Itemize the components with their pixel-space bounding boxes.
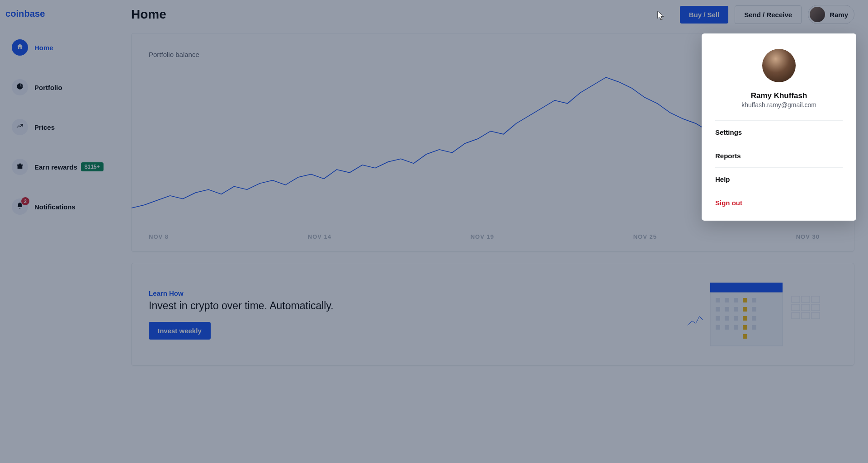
dropdown-item-signout[interactable]: Sign out — [715, 191, 843, 214]
dropdown-avatar — [762, 49, 796, 82]
dropdown-item-settings[interactable]: Settings — [715, 120, 843, 144]
dropdown-user-name: Ramy Khuffash — [715, 91, 843, 100]
dropdown-user-email: khuffash.ramy@gmail.com — [715, 101, 843, 109]
dropdown-item-reports[interactable]: Reports — [715, 144, 843, 167]
profile-dropdown: Ramy Khuffash khuffash.ramy@gmail.com Se… — [702, 33, 856, 221]
dropdown-item-help[interactable]: Help — [715, 167, 843, 191]
